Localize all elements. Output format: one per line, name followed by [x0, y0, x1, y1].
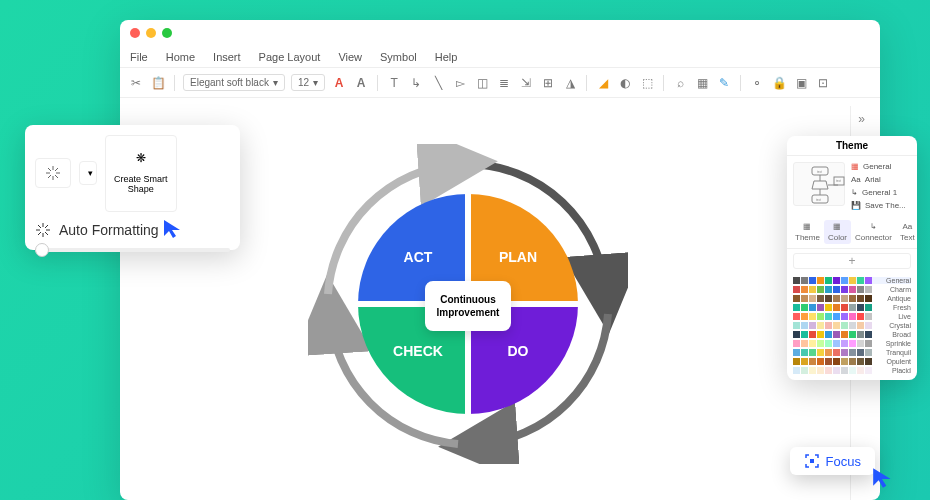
auto-formatting-row[interactable]: Auto Formatting [35, 222, 230, 238]
menu-symbol[interactable]: Symbol [380, 51, 417, 63]
palette-row[interactable]: Sprinkle [793, 340, 911, 347]
opt-arial[interactable]: AaArial [851, 175, 911, 184]
palette-row[interactable]: Placid [793, 367, 911, 374]
opt-general[interactable]: ▦General [851, 162, 911, 171]
cursor2-icon [871, 466, 895, 490]
dropdown-arrow[interactable]: ▾ [79, 161, 97, 185]
paste-icon[interactable]: 📋 [150, 75, 166, 91]
cut-icon[interactable]: ✂ [128, 75, 144, 91]
add-palette-button[interactable]: + [793, 253, 911, 269]
crop-icon[interactable]: ⬚ [639, 75, 655, 91]
svg-line-9 [48, 175, 51, 178]
shadow-icon[interactable]: ◐ [617, 75, 633, 91]
search-icon[interactable]: ⌕ [672, 75, 688, 91]
palette-row[interactable]: Tranquil [793, 349, 911, 356]
font-size-select[interactable]: 12▾ [291, 74, 325, 91]
close-dot[interactable] [130, 28, 140, 38]
pointer-icon[interactable]: ▻ [452, 75, 468, 91]
center-label: Continuous Improvement [425, 281, 511, 331]
menu-home[interactable]: Home [166, 51, 195, 63]
tab-connector[interactable]: ↳Connector [851, 220, 896, 244]
tab-color[interactable]: ▦Color [824, 220, 851, 244]
act-label: ACT [404, 249, 433, 265]
collapse-icon[interactable]: » [855, 112, 869, 126]
svg-rect-28 [810, 459, 814, 463]
cursor-icon [162, 218, 184, 240]
menu-help[interactable]: Help [435, 51, 458, 63]
align-icon[interactable]: ⇲ [518, 75, 534, 91]
svg-text:text: text [816, 198, 821, 202]
focus-label: Focus [826, 454, 861, 469]
slider[interactable] [35, 248, 230, 252]
fill-icon[interactable]: ◢ [595, 75, 611, 91]
min-dot[interactable] [146, 28, 156, 38]
create-smart-shape-button[interactable]: ❋ Create Smart Shape [105, 135, 177, 212]
svg-line-14 [38, 225, 41, 228]
max-dot[interactable] [162, 28, 172, 38]
svg-marker-20 [812, 181, 828, 189]
focus-button[interactable]: Focus [790, 447, 875, 475]
palette-row[interactable]: General [793, 277, 911, 284]
distribute-icon[interactable]: ◮ [562, 75, 578, 91]
palette-row[interactable]: Crystal [793, 322, 911, 329]
lock-icon[interactable]: 🔒 [771, 75, 787, 91]
spark-icon [35, 222, 51, 238]
palette-row[interactable]: Live [793, 313, 911, 320]
layers-icon[interactable]: ◫ [474, 75, 490, 91]
tab-text[interactable]: AaText [896, 220, 919, 244]
opt-general1[interactable]: ↳General 1 [851, 188, 911, 197]
palette-row[interactable]: Antique [793, 295, 911, 302]
menubar: File Home Insert Page Layout View Symbol… [120, 46, 880, 68]
svg-line-6 [48, 168, 51, 171]
svg-line-16 [45, 225, 48, 228]
do-label: DO [508, 343, 529, 359]
menu-file[interactable]: File [130, 51, 148, 63]
text-tool-icon[interactable]: T [386, 75, 402, 91]
theme-panel: Theme texttexttext ▦General AaArial ↳Gen… [787, 136, 917, 380]
svg-text:text: text [836, 179, 841, 183]
svg-line-17 [38, 232, 41, 235]
table-icon[interactable]: ▦ [694, 75, 710, 91]
connector-icon[interactable]: ↳ [408, 75, 424, 91]
opt-save[interactable]: 💾Save The... [851, 201, 911, 210]
svg-line-8 [55, 168, 58, 171]
titlebar [120, 20, 880, 46]
stack-icon[interactable]: ≣ [496, 75, 512, 91]
pen-icon[interactable]: ✎ [716, 75, 732, 91]
misc2-icon[interactable]: ▣ [793, 75, 809, 91]
tab-theme[interactable]: ▦Theme [791, 220, 824, 244]
theme-title: Theme [787, 136, 917, 156]
theme-preview[interactable]: texttexttext [793, 162, 845, 206]
misc1-icon[interactable]: ⚬ [749, 75, 765, 91]
svg-line-7 [55, 175, 58, 178]
auto-formatting-label: Auto Formatting [59, 222, 159, 238]
palette-list: GeneralCharmAntiqueFreshLiveCrystalBroad… [787, 273, 917, 380]
menu-page-layout[interactable]: Page Layout [259, 51, 321, 63]
svg-text:text: text [817, 170, 822, 174]
palette-row[interactable]: Broad [793, 331, 911, 338]
menu-insert[interactable]: Insert [213, 51, 241, 63]
palette-row[interactable]: Opulent [793, 358, 911, 365]
arrange-icon[interactable]: ⊞ [540, 75, 556, 91]
app-window: File Home Insert Page Layout View Symbol… [120, 20, 880, 500]
palette-row[interactable]: Charm [793, 286, 911, 293]
toolbar: ✂ 📋 Elegant soft black▾ 12▾ A A T ↳ ╲ ▻ … [120, 68, 880, 98]
text-format-icon[interactable]: A [353, 75, 369, 91]
line-icon[interactable]: ╲ [430, 75, 446, 91]
pdca-diagram: ACT PLAN CHECK DO Continuous Improvement [308, 144, 628, 468]
palette-row[interactable]: Fresh [793, 304, 911, 311]
check-label: CHECK [393, 343, 443, 359]
focus-icon [804, 453, 820, 469]
misc3-icon[interactable]: ⊡ [815, 75, 831, 91]
svg-line-15 [45, 232, 48, 235]
plan-label: PLAN [499, 249, 537, 265]
smart-shape-panel: ▾ ❋ Create Smart Shape Auto Formatting [25, 125, 240, 250]
font-color-icon[interactable]: A [331, 75, 347, 91]
menu-view[interactable]: View [338, 51, 362, 63]
spark-button[interactable] [35, 158, 71, 188]
font-select[interactable]: Elegant soft black▾ [183, 74, 285, 91]
